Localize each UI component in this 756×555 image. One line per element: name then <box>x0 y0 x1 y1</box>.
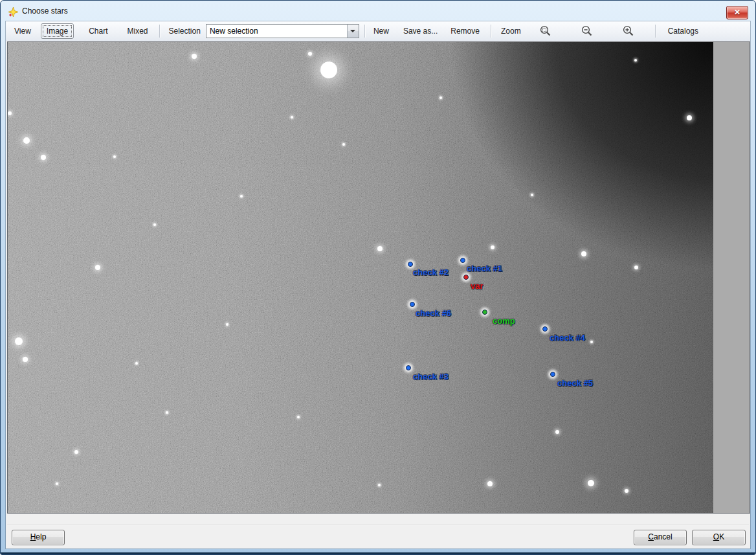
marker-label-check-3: check #3 <box>413 372 449 381</box>
tab-mixed[interactable]: Mixed <box>122 23 154 39</box>
star <box>320 62 337 78</box>
cancel-button[interactable]: Cancel <box>634 530 687 545</box>
selection-combobox-value: New selection <box>206 27 347 36</box>
new-button[interactable]: New <box>368 23 395 39</box>
toolbar-separator <box>159 25 160 38</box>
zoom-rect-icon <box>540 25 551 37</box>
marker-label-check-5: check #5 <box>557 378 593 388</box>
chevron-down-icon <box>350 30 355 32</box>
marker-label-check-1: check #1 <box>467 264 502 273</box>
star <box>226 323 228 326</box>
star <box>634 266 638 269</box>
star <box>291 116 293 119</box>
ok-button[interactable]: OK <box>692 530 746 545</box>
star <box>240 195 243 198</box>
marker-label-check-4: check #4 <box>550 333 585 343</box>
marker-dot-check-4[interactable] <box>542 326 548 332</box>
star <box>8 111 12 115</box>
star <box>342 143 345 146</box>
zoom-menu-button[interactable]: Zoom <box>495 23 527 39</box>
star <box>588 480 594 486</box>
footer-divider <box>7 524 749 525</box>
star <box>581 251 586 256</box>
star-field[interactable]: check #1check #2varcheck #6compcheck #4c… <box>8 42 713 513</box>
marker-label-check-6: check #6 <box>416 308 451 318</box>
star <box>308 52 312 56</box>
close-icon: ✕ <box>734 8 740 17</box>
toolbar-separator <box>491 25 491 38</box>
ok-button-label: O <box>713 532 719 541</box>
marker-dot-var[interactable] <box>463 275 469 280</box>
tab-chart[interactable]: Chart <box>83 23 113 39</box>
marker-label-check-2: check #2 <box>413 267 449 277</box>
star-icon <box>8 6 19 17</box>
zoom-rect-button[interactable] <box>537 23 554 39</box>
star <box>41 155 46 160</box>
star <box>23 137 30 144</box>
star <box>487 481 493 486</box>
image-viewport[interactable]: check #1check #2varcheck #6compcheck #4c… <box>7 41 750 514</box>
zoom-out-icon <box>581 25 593 37</box>
catalogs-button[interactable]: Catalogs <box>662 23 704 39</box>
star <box>491 245 495 249</box>
toolbar: View Image Chart Mixed Selection New sel… <box>6 21 750 41</box>
zoom-in-icon <box>623 25 634 37</box>
window-title: Choose stars <box>22 6 68 16</box>
marker-dot-check-2[interactable] <box>408 262 413 267</box>
marker-dot-check-6[interactable] <box>410 302 415 307</box>
combo-dropdown-button[interactable] <box>347 25 359 38</box>
star <box>590 341 593 343</box>
tab-image[interactable]: Image <box>41 23 74 39</box>
star <box>135 362 138 365</box>
star <box>687 115 692 120</box>
marker-label-var: var <box>471 281 484 291</box>
vignette-overlay <box>8 42 713 513</box>
star <box>378 484 381 486</box>
star <box>15 337 23 345</box>
toolbar-separator <box>655 25 656 38</box>
help-button[interactable]: Help <box>12 530 65 545</box>
marker-dot-comp[interactable] <box>482 310 487 315</box>
toolbar-separator <box>364 25 365 38</box>
star <box>192 54 197 59</box>
cancel-button-label: C <box>648 532 654 541</box>
tab-view[interactable]: View <box>8 23 37 39</box>
remove-button[interactable]: Remove <box>445 23 485 39</box>
selection-combobox[interactable]: New selection <box>206 24 359 38</box>
zoom-in-button[interactable] <box>620 23 637 39</box>
star <box>531 194 533 196</box>
star <box>113 155 116 158</box>
star <box>23 357 28 362</box>
title-bar[interactable]: Choose stars ✕ <box>1 1 755 21</box>
star <box>377 246 383 251</box>
star <box>625 489 628 493</box>
star <box>95 265 100 270</box>
star <box>439 96 442 99</box>
star <box>153 223 156 226</box>
dialog-content: View Image Chart Mixed Selection New sel… <box>6 21 750 549</box>
star <box>297 416 300 418</box>
choose-stars-dialog: Choose stars ✕ View Image Chart Mixed Se… <box>0 0 756 555</box>
selection-label: Selection <box>169 27 201 36</box>
marker-dot-check-3[interactable] <box>406 365 411 370</box>
close-button[interactable]: ✕ <box>726 6 748 19</box>
viewer-empty-area <box>713 42 750 513</box>
zoom-out-button[interactable] <box>579 23 595 39</box>
star <box>56 482 58 485</box>
marker-dot-check-1[interactable] <box>460 258 465 263</box>
marker-label-comp: comp <box>493 316 515 326</box>
save-as-button[interactable]: Save as... <box>397 23 443 39</box>
star <box>74 450 78 454</box>
marker-dot-check-5[interactable] <box>550 372 555 377</box>
star <box>555 430 559 434</box>
star <box>634 59 637 62</box>
star <box>166 411 168 414</box>
